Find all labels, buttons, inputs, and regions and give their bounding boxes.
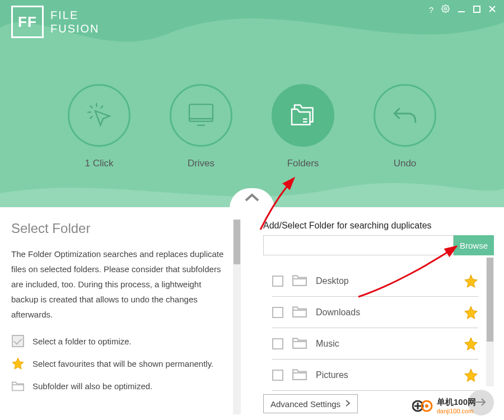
checkbox-icon — [12, 335, 24, 347]
checkbox[interactable] — [272, 370, 283, 381]
list-item[interactable]: Music — [272, 328, 478, 360]
app-header: ? FF FILE FUSION — [0, 0, 504, 207]
watermark-text-en: danji100.com — [437, 408, 476, 414]
logo-badge: FF — [11, 6, 44, 38]
page-title: Select Folder — [11, 221, 230, 236]
nav-label: Undo — [394, 158, 417, 169]
mode-nav: 1 Click Drives Folders — [0, 84, 504, 169]
annotation-arrow — [255, 174, 305, 235]
favorite-star[interactable] — [464, 368, 478, 382]
arrow-right-icon — [475, 397, 487, 409]
help-icon[interactable]: ? — [429, 5, 433, 15]
star-icon — [11, 357, 25, 370]
list-item[interactable]: Pictures — [272, 360, 478, 391]
svg-line-9 — [90, 116, 93, 119]
nav-label: Folders — [287, 158, 319, 169]
folder-icon — [11, 379, 25, 393]
nav-label: 1 Click — [85, 158, 113, 169]
checkbox[interactable] — [272, 338, 283, 349]
svg-line-8 — [100, 105, 103, 108]
chevron-right-icon — [345, 399, 351, 409]
info-panel: Select Folder The Folder Optimization se… — [0, 207, 241, 420]
svg-point-0 — [445, 8, 447, 10]
folder-icon — [291, 336, 308, 351]
nav-drives[interactable]: Drives — [170, 84, 232, 169]
scrollbar-thumb[interactable] — [234, 220, 240, 264]
folder-name: Pictures — [316, 370, 456, 380]
left-scrollbar[interactable] — [233, 220, 241, 414]
legend-checkbox: Select a folder to optimize. — [11, 334, 230, 348]
svg-rect-2 — [474, 6, 480, 12]
watermark-text-cn: 单机100网 — [437, 397, 476, 408]
favorite-star[interactable] — [464, 337, 478, 351]
folder-icon — [291, 305, 308, 320]
favorite-star[interactable] — [464, 305, 478, 320]
folder-selector: Add/Select Folder for searching duplicat… — [241, 207, 504, 420]
nav-one-click[interactable]: 1 Click — [68, 84, 130, 169]
advanced-settings-button[interactable]: Advanced Settings — [263, 394, 358, 413]
gear-icon[interactable] — [441, 4, 450, 15]
checkbox[interactable] — [272, 307, 283, 318]
legend-text: Select favourites that will be shown per… — [32, 359, 213, 368]
nav-undo[interactable]: Undo — [374, 84, 436, 169]
app-title: FILE FUSION — [50, 8, 100, 35]
nav-label: Drives — [188, 158, 214, 169]
checkbox[interactable] — [272, 276, 283, 287]
folder-name: Music — [316, 339, 456, 349]
nav-folders[interactable]: Folders — [272, 84, 334, 169]
legend-text: Subfolder will also be optimized. — [32, 381, 152, 391]
window-controls: ? — [429, 4, 496, 15]
app-title-line1: FILE — [50, 8, 100, 22]
folder-name: Downloads — [316, 307, 456, 318]
watermark-logo-icon — [412, 399, 433, 413]
monitor-icon — [185, 99, 217, 132]
folders-icon — [286, 98, 320, 133]
maximize-icon[interactable] — [473, 5, 480, 15]
page-description: The Folder Optimization searches and rep… — [11, 246, 230, 322]
folder-icon — [291, 273, 308, 288]
legend-star: Select favourites that will be shown per… — [11, 357, 230, 370]
app-logo: FF FILE FUSION — [11, 6, 100, 38]
legend-folder: Subfolder will also be optimized. — [11, 379, 230, 393]
favorite-star[interactable] — [464, 274, 478, 288]
svg-point-22 — [425, 404, 428, 408]
right-scrollbar[interactable] — [486, 258, 494, 386]
main-content: Select Folder The Folder Optimization se… — [0, 207, 504, 420]
app-title-line2: FUSION — [50, 22, 100, 35]
close-icon[interactable] — [488, 5, 496, 15]
minimize-icon[interactable] — [458, 5, 465, 15]
advanced-label: Advanced Settings — [270, 399, 340, 409]
undo-icon — [389, 99, 421, 132]
scrollbar-thumb[interactable] — [487, 258, 493, 342]
legend-text: Select a folder to optimize. — [32, 337, 132, 346]
annotation-arrow — [353, 241, 465, 302]
svg-line-7 — [90, 105, 93, 108]
cursor-click-icon — [83, 99, 115, 132]
folder-icon — [291, 367, 308, 382]
watermark: 单机100网 danji100.com — [412, 397, 476, 414]
